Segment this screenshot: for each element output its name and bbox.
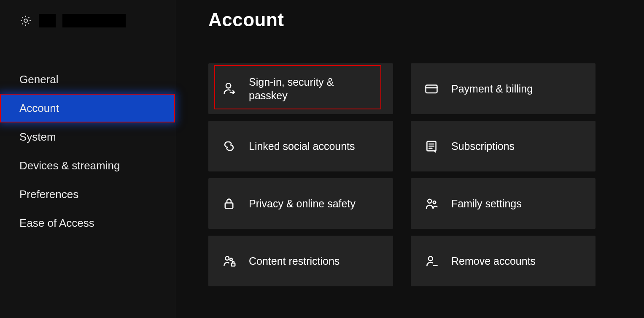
tile-privacy-online-safety[interactable]: Privacy & online safety bbox=[208, 178, 393, 229]
main-panel: Account Sign-in, security & passkey bbox=[175, 0, 644, 318]
tile-label: Linked social accounts bbox=[249, 139, 355, 153]
person-remove-icon bbox=[424, 254, 439, 268]
sidebar-item-preferences[interactable]: Preferences bbox=[0, 180, 175, 209]
sidebar-item-account[interactable]: Account bbox=[0, 94, 175, 122]
svg-point-0 bbox=[24, 19, 27, 22]
tile-family-settings[interactable]: Family settings bbox=[411, 178, 595, 229]
svg-point-8 bbox=[230, 258, 232, 261]
lock-icon bbox=[222, 196, 236, 211]
sidebar: General Account System Devices & streami… bbox=[0, 0, 175, 318]
person-arrow-icon bbox=[222, 82, 236, 96]
tile-subscriptions[interactable]: Subscriptions bbox=[411, 121, 595, 171]
tile-label: Privacy & online safety bbox=[249, 197, 356, 211]
redacted-block bbox=[39, 14, 56, 27]
tile-grid: Sign-in, security & passkey Payment & bi… bbox=[208, 63, 644, 286]
sidebar-item-label: Devices & streaming bbox=[19, 159, 120, 172]
tile-payment-billing[interactable]: Payment & billing bbox=[411, 63, 595, 114]
sidebar-item-label: Preferences bbox=[19, 188, 78, 201]
svg-point-7 bbox=[226, 256, 229, 260]
tile-label: Sign-in, security & passkey bbox=[249, 75, 375, 103]
sidebar-item-general[interactable]: General bbox=[0, 65, 175, 94]
redacted-block bbox=[62, 14, 126, 27]
tile-remove-accounts[interactable]: Remove accounts bbox=[411, 236, 595, 286]
link-icon bbox=[222, 139, 236, 153]
people-lock-icon bbox=[222, 254, 236, 268]
sidebar-item-label: General bbox=[19, 73, 59, 86]
tile-content-restrictions[interactable]: Content restrictions bbox=[208, 236, 393, 286]
settings-app: General Account System Devices & streami… bbox=[0, 0, 644, 318]
tile-label: Subscriptions bbox=[451, 139, 515, 153]
sidebar-nav: General Account System Devices & streami… bbox=[0, 65, 175, 237]
tile-label: Payment & billing bbox=[451, 82, 533, 96]
sidebar-item-label: Account bbox=[19, 102, 59, 115]
tile-linked-social-accounts[interactable]: Linked social accounts bbox=[208, 121, 393, 171]
people-icon bbox=[424, 196, 439, 211]
svg-rect-9 bbox=[232, 263, 235, 266]
sidebar-item-system[interactable]: System bbox=[0, 122, 175, 151]
gear-icon bbox=[19, 14, 32, 27]
svg-point-5 bbox=[428, 199, 431, 203]
credit-card-icon bbox=[424, 82, 439, 96]
svg-rect-2 bbox=[426, 85, 437, 93]
sidebar-item-label: Ease of Access bbox=[19, 217, 94, 230]
svg-point-6 bbox=[433, 201, 436, 204]
svg-point-10 bbox=[428, 256, 433, 261]
sidebar-item-devices-streaming[interactable]: Devices & streaming bbox=[0, 151, 175, 180]
tile-label: Content restrictions bbox=[249, 254, 340, 268]
tile-signin-security-passkey[interactable]: Sign-in, security & passkey bbox=[208, 63, 393, 114]
sidebar-item-label: System bbox=[19, 130, 56, 144]
sidebar-item-ease-of-access[interactable]: Ease of Access bbox=[0, 209, 175, 237]
sidebar-header bbox=[0, 10, 175, 31]
tile-label: Family settings bbox=[451, 197, 522, 211]
svg-point-1 bbox=[226, 83, 231, 88]
tile-label: Remove accounts bbox=[451, 254, 536, 268]
svg-rect-4 bbox=[225, 203, 233, 209]
receipt-icon bbox=[424, 139, 439, 153]
page-title: Account bbox=[208, 9, 644, 30]
